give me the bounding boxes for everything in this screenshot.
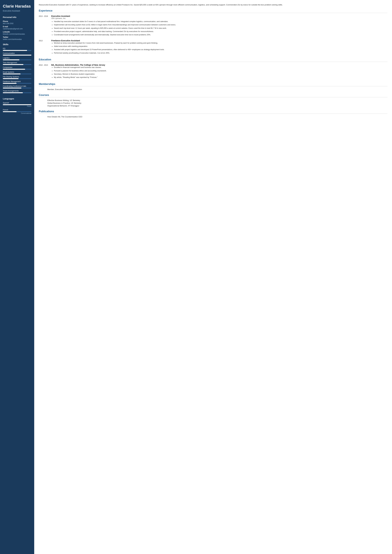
bullet: Assisted with project logistics and deve…	[54, 48, 387, 51]
twitter-value: twitter.com/clarieharadas	[3, 38, 31, 40]
bullet: Performed weekly proofreading of executi…	[54, 52, 387, 55]
entry-content: Executive Assistant ISN Lipmann, Inc. Ha…	[51, 15, 387, 37]
linkedin-value: linkedin.com/in/clarieharadas	[3, 33, 31, 35]
bullet: Provided executive project support, admi…	[54, 30, 387, 33]
education-entry: 2010 - 2013 BA, Business Administration,…	[39, 64, 387, 79]
skill-bar-bg	[3, 92, 31, 93]
language-name: French	[3, 109, 31, 111]
summary: Resourceful Executive Assistant with 5+ …	[39, 3, 387, 7]
skill-bar-bg	[3, 88, 31, 89]
skill-name: Compassion	[3, 66, 31, 68]
publications-list: How Details Kill, The Counterintuitive C…	[39, 116, 387, 118]
skill-bar-bg	[3, 59, 31, 60]
publications-heading: Publications	[39, 110, 387, 114]
edu-bullets: Excelled in financial management and bus…	[51, 66, 387, 79]
skill-bar-bg	[3, 78, 31, 79]
language-bar-bg	[3, 104, 31, 105]
bullet: Worked as temp executive assistant for 4…	[54, 42, 387, 44]
skill-bar-bg	[3, 50, 31, 51]
courses-section: Courses Effective Business Writing, UC B…	[39, 94, 387, 107]
bullet: Handled top executive assistant duties f…	[54, 20, 387, 23]
skill-item: EQ	[3, 48, 31, 51]
skill-bar-bg	[3, 64, 31, 65]
skill-bar-fill	[3, 88, 21, 89]
skill-name: Travel Arrangements	[3, 90, 31, 92]
skill-bar-bg	[3, 83, 31, 84]
entry-bullets: Handled top executive assistant duties f…	[51, 20, 387, 36]
entry-year: 2013	[39, 40, 49, 55]
skills-list: EQ Communication Logistics Time Manageme…	[3, 48, 31, 93]
entry-job-title: Freelance Executive Assistant	[51, 40, 387, 42]
skill-item: Coordinating Conference Calls	[3, 85, 31, 89]
skill-bar-fill	[3, 92, 23, 93]
skill-bar-fill	[3, 64, 23, 65]
education-heading: Education	[39, 58, 387, 62]
language-item: Spanish Fluent	[3, 102, 31, 107]
skill-name: Logistics	[3, 57, 31, 59]
skill-name: Email Systems	[3, 71, 31, 73]
skill-bar-bg	[3, 74, 31, 74]
bullet: Excelled in financial management and bus…	[54, 66, 387, 69]
skill-bar-bg	[3, 69, 31, 70]
skill-bar-fill	[3, 83, 17, 84]
linkedin-label: LinkedIn	[3, 31, 31, 33]
sidebar: Clarie Haradas Executive Assistant Perso…	[0, 0, 34, 554]
language-level: Fluent	[3, 105, 31, 107]
language-bar-bg	[3, 111, 31, 112]
phone-value: 862-208-2592	[3, 22, 31, 25]
bullet: Coordinated travel arrangements both dom…	[54, 34, 387, 36]
twitter-label: Twitter	[3, 36, 31, 38]
skill-name: Database Management	[3, 81, 31, 83]
bullet: Implemented call-recording system that c…	[54, 23, 387, 26]
skill-item: Database Management	[3, 81, 31, 84]
sidebar-header: Clarie Haradas Executive Assistant	[0, 0, 34, 14]
course-item: Organizational Behavior, IIT Kharagpur	[39, 105, 387, 107]
languages-heading: Languages	[3, 97, 31, 100]
skill-item: Logistics	[3, 57, 31, 60]
memberships-section: Memberships Member, Executive Assistant …	[39, 83, 387, 90]
edu-degree: BA, Business Administration, The College…	[51, 64, 387, 66]
entry-job-title: Executive Assistant	[51, 15, 387, 17]
skill-item: Travel Arrangements	[3, 90, 31, 93]
skill-name: Coordinating Conference Calls	[3, 85, 31, 87]
skills-section: Skills EQ Communication Logistics Time M…	[0, 42, 34, 96]
personal-info-section: Personal Info Phone 862-208-2592 E-mail …	[0, 14, 34, 42]
course-item: Global Business in Practice, UC Berkeley	[39, 102, 387, 104]
candidate-title: Executive Assistant	[3, 10, 31, 12]
entry-content: Freelance Executive Assistant Worked as …	[51, 40, 387, 55]
skill-name: Time Management	[3, 62, 31, 64]
skill-item: File-Sharing Systems	[3, 76, 31, 79]
language-level: Conversational	[3, 112, 31, 114]
memberships-heading: Memberships	[39, 83, 387, 86]
experience-section: Experience 2013 - 2018 Executive Assista…	[39, 9, 387, 55]
languages-section: Languages Spanish Fluent French Conversa…	[0, 96, 34, 117]
skill-bar-fill	[3, 78, 19, 79]
edu-content: BA, Business Administration, The College…	[51, 64, 387, 79]
language-bar-fill	[3, 111, 17, 112]
skill-name: EQ	[3, 48, 31, 49]
membership-item: Member, Executive Assistant Organization	[39, 88, 387, 90]
languages-list: Spanish Fluent French Conversational	[3, 102, 31, 114]
bullet: Secretary, Women in Business student org…	[54, 73, 387, 76]
candidate-name: Clarie Haradas	[3, 4, 31, 8]
skill-item: Compassion	[3, 66, 31, 70]
education-section: Education 2010 - 2013 BA, Business Admin…	[39, 58, 387, 79]
language-name: Spanish	[3, 102, 31, 104]
experience-entry: 2013 Freelance Executive Assistant Worke…	[39, 40, 387, 55]
publications-section: Publications How Details Kill, The Count…	[39, 110, 387, 118]
personal-info-heading: Personal Info	[3, 16, 31, 19]
skill-item: Time Management	[3, 62, 31, 65]
skill-bar-fill	[3, 74, 21, 74]
bullet: Pursued a passion for business ethics an…	[54, 69, 387, 72]
skill-bar-bg	[3, 55, 31, 55]
bullet: Saved each top-level exec 11 hours per w…	[54, 27, 387, 30]
skills-heading: Skills	[3, 43, 31, 46]
edu-year: 2010 - 2013	[39, 64, 49, 79]
courses-heading: Courses	[39, 94, 387, 97]
entry-company: ISN Lipmann, Inc.	[51, 17, 387, 19]
experience-list: 2013 - 2018 Executive Assistant ISN Lipm…	[39, 15, 387, 55]
main-content: Resourceful Executive Assistant with 5+ …	[34, 0, 392, 554]
courses-list: Effective Business Writing, UC BerkeleyG…	[39, 99, 387, 107]
skill-bar-fill	[3, 55, 31, 55]
skill-bar-fill	[3, 69, 25, 70]
